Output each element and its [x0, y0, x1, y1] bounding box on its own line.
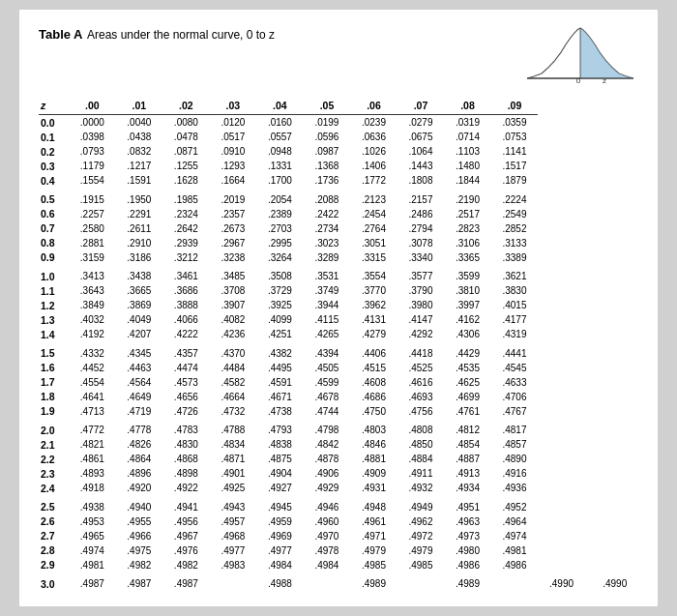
table-cell: .4854 — [444, 437, 491, 452]
table-cell: .3665 — [116, 283, 163, 298]
col-header-.07: .07 — [397, 97, 445, 115]
table-cell: .4985 — [397, 558, 445, 572]
table-cell: .4983 — [210, 558, 257, 572]
table-cell: .4963 — [444, 514, 491, 529]
z-value: 0.3 — [39, 159, 69, 173]
table-cell: .4955 — [116, 514, 163, 529]
table-row: 0.1.0398.0438.0478.0517.0557.0596.0636.0… — [39, 130, 638, 144]
table-cell: .4082 — [210, 312, 257, 327]
table-cell: .4949 — [397, 495, 445, 514]
table-cell: .4896 — [116, 466, 163, 481]
table-cell: .3810 — [444, 283, 491, 298]
table-cell: .4812 — [444, 419, 491, 438]
z-value: 0.1 — [39, 130, 69, 144]
table-subtitle: Areas under the normal curve, 0 to z — [87, 28, 275, 42]
table-cell: .4767 — [491, 404, 539, 419]
table-cell: .4990 — [538, 572, 585, 592]
table-cell: .1985 — [162, 188, 210, 207]
z-value: 2.2 — [39, 452, 69, 466]
table-cell: .0120 — [210, 115, 257, 131]
table-cell — [397, 572, 445, 592]
table-cell: .2088 — [304, 188, 351, 207]
table-cell: .3729 — [256, 283, 304, 298]
table-cell: .4989 — [444, 572, 491, 592]
table-cell: .4783 — [162, 419, 210, 438]
col-header-.06: .06 — [350, 97, 397, 115]
table-cell: .4686 — [350, 390, 397, 404]
table-cell: .4463 — [116, 361, 163, 375]
table-cell: .1255 — [162, 159, 210, 173]
table-cell: .4279 — [350, 327, 397, 341]
table-cell: .4370 — [210, 341, 257, 361]
table-cell: .2123 — [350, 188, 397, 207]
table-cell: .2486 — [397, 207, 445, 221]
table-cell: .4693 — [397, 390, 445, 404]
table-row: 2.4.4918.4920.4922.4925.4927.4929.4931.4… — [39, 481, 638, 495]
table-cell: .4977 — [210, 543, 257, 558]
table-cell: .4713 — [69, 404, 116, 419]
table-cell: .4922 — [162, 481, 210, 495]
table-cell: .2517 — [444, 207, 491, 221]
table-cell: .3980 — [397, 298, 445, 312]
table-row: 0.3.1179.1217.1255.1293.1331.1368.1406.1… — [39, 159, 638, 173]
table-row: 3.0.4987.4987.4987.4988.4989.4989.4990.4… — [39, 572, 638, 592]
table-cell: .3888 — [162, 298, 210, 312]
svg-text:0: 0 — [576, 76, 581, 83]
table-cell: .3686 — [162, 283, 210, 298]
table-body: 0.0.0000.0040.0080.0120.0160.0199.0239.0… — [39, 115, 638, 592]
table-cell: .4878 — [304, 452, 351, 466]
table-cell: .4582 — [210, 375, 257, 390]
table-cell: .0478 — [162, 130, 210, 144]
table-cell: .4706 — [491, 390, 539, 404]
table-cell: .2224 — [491, 188, 539, 207]
table-cell: .0675 — [397, 130, 445, 144]
table-cell: .4115 — [304, 312, 351, 327]
table-cell: .4978 — [304, 543, 351, 558]
table-cell: .1141 — [491, 144, 539, 159]
table-cell: .4934 — [444, 481, 491, 495]
table-cell: .4505 — [304, 361, 351, 375]
table-cell: .4554 — [69, 375, 116, 390]
table-cell: .4969 — [256, 529, 304, 543]
table-cell: .4973 — [444, 529, 491, 543]
table-cell: .4817 — [491, 419, 539, 438]
table-cell: .3365 — [444, 250, 491, 265]
table-cell: .2422 — [304, 207, 351, 221]
table-row: 2.0.4772.4778.4783.4788.4793.4798.4803.4… — [39, 419, 638, 438]
table-cell: .3944 — [304, 298, 351, 312]
z-value: 0.9 — [39, 250, 69, 265]
table-cell: .4192 — [69, 327, 116, 341]
table-cell: .4671 — [256, 390, 304, 404]
table-cell: .0080 — [162, 115, 210, 131]
table-cell: .4357 — [162, 341, 210, 361]
table-cell: .2257 — [69, 207, 116, 221]
table-cell: .4987 — [116, 572, 163, 592]
table-cell: .3186 — [116, 250, 163, 265]
table-cell: .4162 — [444, 312, 491, 327]
table-cell: .3830 — [491, 283, 539, 298]
table-cell: .0279 — [397, 115, 445, 131]
table-cell: .4987 — [162, 572, 210, 592]
table-cell: .4875 — [256, 452, 304, 466]
table-cell: .4982 — [162, 558, 210, 572]
table-cell: .4985 — [350, 558, 397, 572]
bell-curve-container: 0 z — [522, 25, 638, 87]
z-value: 1.5 — [39, 341, 69, 361]
table-cell: .4972 — [397, 529, 445, 543]
table-title: Table A — [39, 27, 83, 42]
z-value: 1.9 — [39, 404, 69, 419]
table-cell: .4599 — [304, 375, 351, 390]
table-cell: .3159 — [69, 250, 116, 265]
table-cell: .4936 — [491, 481, 539, 495]
table-cell: .4929 — [304, 481, 351, 495]
table-cell: .4893 — [69, 466, 116, 481]
z-value: 2.4 — [39, 481, 69, 495]
table-cell: .3749 — [304, 283, 351, 298]
table-cell: .4970 — [304, 529, 351, 543]
table-cell: .4798 — [304, 419, 351, 438]
table-cell: .4938 — [69, 495, 116, 514]
table-cell: .0040 — [116, 115, 163, 131]
table-cell: .4236 — [210, 327, 257, 341]
table-cell: .4981 — [69, 558, 116, 572]
table-cell: .4981 — [491, 543, 539, 558]
